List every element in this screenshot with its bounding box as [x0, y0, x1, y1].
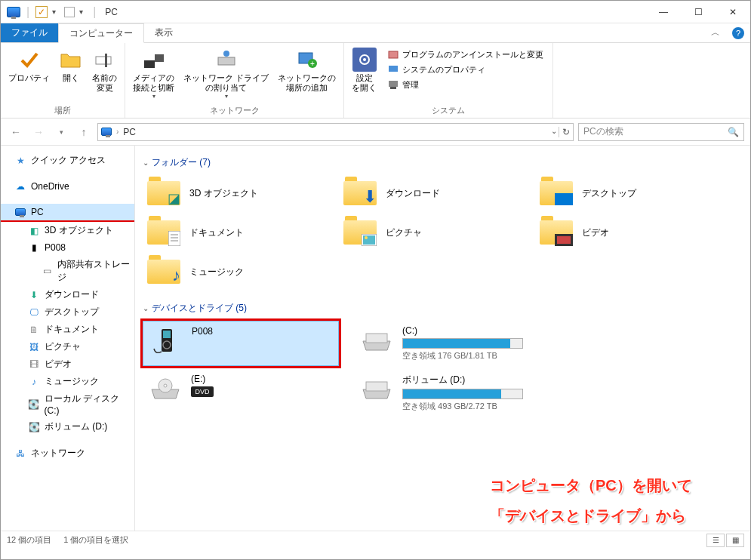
folders-grid: ◪ 3D オブジェクト ⬇ ダウンロード デスクトップ ドキュメント ピクチャ: [143, 175, 743, 290]
system-properties-button[interactable]: システムのプロパティ: [386, 63, 545, 76]
address-dropdown-icon[interactable]: ⌄: [551, 127, 557, 137]
svg-point-10: [363, 58, 366, 61]
cube-icon: ◧: [28, 225, 40, 237]
ribbon-collapse-icon[interactable]: ︿: [705, 23, 726, 42]
video-icon: 🎞: [28, 358, 40, 371]
drive-dvd-e[interactable]: (E:) DVD: [143, 369, 339, 417]
gear-icon: [352, 48, 377, 72]
close-button[interactable]: ✕: [716, 1, 750, 23]
arrow-down-icon: ⬇: [363, 187, 377, 207]
svg-rect-4: [218, 57, 235, 65]
svg-rect-0: [96, 57, 111, 64]
qat-overflow-icon[interactable]: ▾: [79, 8, 87, 16]
help-icon[interactable]: ?: [732, 27, 744, 39]
desktop-icon: [555, 193, 573, 207]
media-icon: [142, 48, 166, 72]
music-note-icon: ♪: [172, 266, 180, 285]
sidebar-item-volume-d[interactable]: 💽 ボリューム (D:): [1, 418, 134, 435]
open-button[interactable]: 開く: [56, 46, 86, 85]
tab-view[interactable]: 表示: [144, 23, 183, 42]
drive-local-c[interactable]: (C:) 空き領域 176 GB/1.81 TB: [354, 321, 550, 366]
main-area: ★ クイック アクセス ☁ OneDrive PC ◧ 3D オブジェクト ▮ …: [1, 146, 750, 531]
sidebar-item-network[interactable]: 🖧 ネットワーク: [1, 445, 134, 462]
sidebar-item-desktop[interactable]: 🖵 デスクトップ: [1, 303, 134, 321]
rename-button[interactable]: 名前の 変更: [89, 46, 120, 94]
sidebar-item-music[interactable]: ♪ ミュージック: [1, 373, 134, 390]
recent-dropdown[interactable]: ▾: [52, 123, 70, 141]
refresh-button[interactable]: ↻: [559, 127, 570, 137]
sidebar-item-internal-storage[interactable]: ▭ 内部共有ストレージ: [1, 256, 134, 286]
blank-qat-icon[interactable]: [64, 7, 75, 17]
sidebar-item-downloads[interactable]: ⬇ ダウンロード: [1, 286, 134, 303]
uninstall-button[interactable]: プログラムのアンインストールと変更: [386, 48, 545, 61]
section-folders[interactable]: ⌄ フォルダー (7): [143, 156, 743, 169]
address-input[interactable]: › PC ⌄ ↻: [97, 123, 574, 141]
sidebar-item-3d-objects[interactable]: ◧ 3D オブジェクト: [1, 222, 134, 239]
media-button[interactable]: メディアの 接続と切断 ▾: [130, 46, 177, 101]
properties-button[interactable]: プロパティ: [5, 46, 53, 85]
folder-open-icon: [59, 48, 83, 72]
search-input[interactable]: PCの検索 🔍: [578, 123, 744, 141]
svg-rect-24: [557, 236, 571, 244]
folder-3d-objects[interactable]: ◪ 3D オブジェクト: [143, 175, 324, 211]
tab-file[interactable]: ファイル: [1, 23, 58, 42]
svg-text:+: +: [310, 60, 315, 68]
svg-point-22: [365, 236, 368, 239]
folder-music[interactable]: ♪ ミュージック: [143, 254, 324, 290]
minimize-button[interactable]: —: [646, 1, 681, 23]
ribbon-group-location: プロパティ 開く 名前の 変更 場所: [1, 43, 125, 118]
annotation-overlay: コンピュータ（PC）を開いて 「デバイスとドライブ」から スマホのアイコンをダブ…: [490, 470, 746, 531]
sidebar-item-videos[interactable]: 🎞 ビデオ: [1, 355, 134, 373]
details-view-button[interactable]: ☰: [706, 534, 725, 547]
address-bar: ← → ▾ ↑ › PC ⌄ ↻ PCの検索 🔍: [1, 118, 750, 146]
svg-rect-13: [389, 81, 398, 87]
desktop-icon: 🖵: [28, 306, 40, 318]
sidebar-item-pc[interactable]: PC: [1, 204, 134, 222]
content-pane: ⌄ フォルダー (7) ◪ 3D オブジェクト ⬇ ダウンロード デスクトップ …: [135, 146, 750, 531]
maximize-button[interactable]: ☐: [681, 1, 716, 23]
settings-button[interactable]: 設定 を開く: [349, 46, 380, 94]
breadcrumb[interactable]: PC: [123, 127, 136, 137]
manage-icon: [387, 78, 399, 91]
hdd-icon: [359, 374, 395, 404]
back-button[interactable]: ←: [7, 123, 25, 141]
up-button[interactable]: ↑: [75, 123, 93, 141]
folder-documents[interactable]: ドキュメント: [143, 214, 324, 251]
document-icon: 🗎: [28, 324, 40, 336]
sidebar-item-pictures[interactable]: 🖼 ピクチャ: [1, 338, 134, 355]
window-controls: — ☐ ✕: [646, 1, 750, 23]
sidebar-item-local-disk[interactable]: 💽 ローカル ディスク (C:): [1, 390, 134, 418]
folder-desktop[interactable]: デスクトップ: [535, 175, 716, 211]
section-devices[interactable]: ⌄ デバイスとドライブ (5): [143, 302, 743, 315]
add-location-button[interactable]: + ネットワークの 場所の追加: [275, 46, 339, 94]
folder-videos[interactable]: ビデオ: [535, 214, 716, 251]
ribbon-tabs: ファイル コンピューター 表示 ︿ ?: [1, 23, 750, 43]
uninstall-icon: [387, 48, 399, 60]
qat-dropdown-icon[interactable]: ▾: [52, 8, 60, 16]
tab-computer[interactable]: コンピューター: [58, 23, 144, 43]
separator: |: [26, 5, 29, 19]
properties-qat-icon[interactable]: ✓: [35, 6, 48, 18]
svg-point-5: [223, 51, 229, 57]
large-icons-view-button[interactable]: ▦: [726, 534, 744, 547]
manage-button[interactable]: 管理: [386, 78, 545, 91]
forward-button[interactable]: →: [29, 123, 48, 141]
drive-network-icon: [214, 48, 239, 72]
sidebar-item-p008[interactable]: ▮ P008: [1, 239, 134, 256]
svg-rect-2: [144, 60, 155, 68]
picture-icon: [362, 234, 377, 246]
sidebar-item-onedrive[interactable]: ☁ OneDrive: [1, 178, 134, 195]
qat: | ✓ ▾ ▾ | PC: [1, 5, 118, 19]
film-icon: [555, 234, 573, 246]
folder-pictures[interactable]: ピクチャ: [339, 214, 520, 251]
pc-icon: [7, 7, 20, 17]
pc-icon: [14, 206, 26, 218]
sidebar-item-documents[interactable]: 🗎 ドキュメント: [1, 321, 134, 338]
sidebar-item-quick-access[interactable]: ★ クイック アクセス: [1, 152, 134, 169]
chevron-down-icon: ⌄: [143, 304, 149, 312]
drive-volume-d[interactable]: ボリューム (D:) 空き領域 493 GB/2.72 TB: [354, 369, 550, 417]
map-drive-button[interactable]: ネットワーク ドライブ の割り当て ▾: [180, 46, 272, 101]
drives-grid: P008 (C:) 空き領域 176 GB/1.81 TB (E:) DVD: [143, 321, 743, 417]
folder-downloads[interactable]: ⬇ ダウンロード: [339, 175, 520, 211]
drive-p008[interactable]: P008: [143, 321, 339, 366]
